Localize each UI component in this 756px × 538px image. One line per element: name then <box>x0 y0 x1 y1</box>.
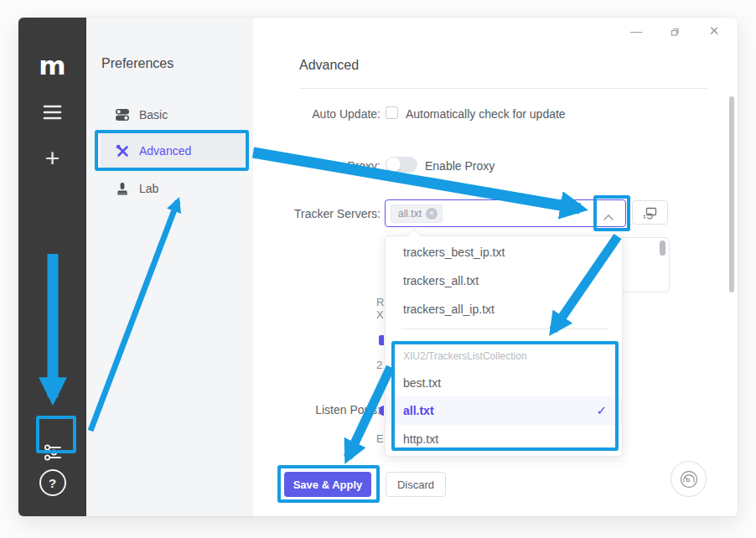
tag-close-icon[interactable]: × <box>426 208 438 220</box>
auto-update-checkbox-label[interactable]: Automatically check for update <box>406 107 566 121</box>
selected-tag: all.txt × <box>391 204 443 223</box>
annotation-box-xiu2-group <box>391 341 619 451</box>
nav-item-label: Basic <box>139 108 168 122</box>
tracker-select[interactable]: all.txt × <box>385 199 626 227</box>
annotation-box-save <box>277 465 380 503</box>
clipped-text-fragment: E <box>376 432 384 445</box>
restore-button[interactable] <box>662 23 687 39</box>
annotation-box-sliders <box>36 416 76 453</box>
motrix-logo: m <box>18 51 86 80</box>
help-button[interactable]: ? <box>18 469 86 496</box>
main-scrollbar[interactable] <box>729 96 734 292</box>
sync-icon <box>643 206 658 220</box>
preferences-nav: Preferences Basic <box>86 18 253 516</box>
task-list-icon[interactable] <box>18 103 86 122</box>
nav-item-label: Lab <box>139 182 158 195</box>
textarea-scrollbar[interactable] <box>660 241 665 256</box>
speedometer-icon <box>678 468 700 490</box>
discard-button[interactable]: Discard <box>386 472 446 497</box>
dropdown-option[interactable]: trackers_all.txt <box>386 266 622 295</box>
toggle-knob <box>386 158 401 172</box>
sync-tracker-list-button[interactable] <box>632 200 668 225</box>
motrix-preferences-window: m + ? <box>18 18 738 516</box>
annotation-box-chevron <box>593 195 630 231</box>
proxy-label: Proxy: <box>253 159 381 173</box>
add-task-icon[interactable]: + <box>18 145 86 172</box>
dropdown-divider <box>401 328 609 329</box>
close-button[interactable]: ✕ <box>702 23 727 39</box>
clipped-text-fragment: X <box>376 308 384 321</box>
auto-update-checkbox[interactable] <box>386 106 398 119</box>
annotation-box-advanced <box>95 130 249 171</box>
proxy-toggle[interactable] <box>386 157 417 173</box>
preferences-title: Preferences <box>101 56 173 71</box>
auto-update-label: Auto Update: <box>253 107 381 121</box>
title-divider <box>299 88 707 89</box>
basic-toggles-icon <box>115 107 130 122</box>
speed-limit-fab[interactable] <box>671 461 707 497</box>
listen-ports-label: Listen Ports: <box>253 403 381 416</box>
dropdown-option[interactable]: trackers_all_ip.txt <box>386 295 622 323</box>
clipped-checkbox-fragment <box>379 335 384 345</box>
nav-item-basic[interactable]: Basic <box>101 97 245 132</box>
tag-label: all.txt <box>398 208 422 220</box>
question-mark-icon: ? <box>39 469 66 496</box>
clipped-text-fragment: R <box>376 296 384 308</box>
lab-icon <box>115 181 130 196</box>
proxy-toggle-label: Enable Proxy <box>425 159 495 173</box>
page-title: Advanced <box>299 58 359 73</box>
tracker-servers-label: Tracker Servers: <box>253 207 381 220</box>
nav-item-lab[interactable]: Lab <box>101 171 245 205</box>
clipped-text-fragment: 2 <box>376 359 382 371</box>
app-screenshot: m + ? <box>0 0 756 538</box>
dropdown-option[interactable]: trackers_best_ip.txt <box>386 238 622 266</box>
minimize-button[interactable]: — <box>624 23 649 39</box>
